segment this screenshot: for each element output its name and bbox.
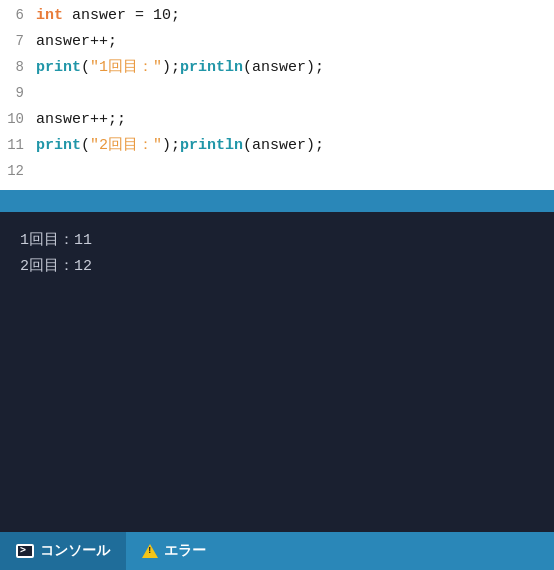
- code-text: (answer);: [243, 137, 324, 154]
- code-text: );: [162, 59, 180, 76]
- code-text: (: [81, 59, 90, 76]
- console-area: 1回目：112回目：12 コンソールエラー: [0, 212, 554, 570]
- keyword-println: println: [180, 59, 243, 76]
- editor-divider: [0, 190, 554, 212]
- console-output: 1回目：112回目：12: [0, 212, 554, 532]
- code-line: 9: [0, 82, 554, 108]
- keyword-print: print: [36, 137, 81, 154]
- warning-icon: [142, 544, 158, 558]
- code-text: answer = 10;: [63, 7, 180, 24]
- code-text: answer++;: [36, 33, 117, 50]
- line-number: 6: [0, 4, 36, 26]
- code-line: 6int answer = 10;: [0, 4, 554, 30]
- tab-label: コンソール: [40, 542, 110, 560]
- line-content: print("2回目：");println(answer);: [36, 134, 554, 158]
- tab-console[interactable]: コンソール: [0, 532, 126, 570]
- tab-bar: コンソールエラー: [0, 532, 554, 570]
- code-line: 7answer++;: [0, 30, 554, 56]
- code-editor: 6int answer = 10;7answer++;8print("1回目："…: [0, 0, 554, 190]
- console-line: 2回目：12: [20, 254, 534, 280]
- line-content: int answer = 10;: [36, 4, 554, 28]
- keyword-println: println: [180, 137, 243, 154]
- line-number: 12: [0, 160, 36, 182]
- keyword-type: int: [36, 7, 63, 24]
- terminal-icon: [16, 544, 34, 558]
- line-number: 10: [0, 108, 36, 130]
- string-literal: "2回目：": [90, 137, 162, 154]
- code-line: 10answer++;;: [0, 108, 554, 134]
- tab-error[interactable]: エラー: [126, 532, 222, 570]
- line-content: answer++;;: [36, 108, 554, 132]
- line-content: print("1回目：");println(answer);: [36, 56, 554, 80]
- code-line: 12: [0, 160, 554, 186]
- code-text: (: [81, 137, 90, 154]
- code-text: answer++;;: [36, 111, 135, 128]
- code-text: (answer);: [243, 59, 324, 76]
- console-line: 1回目：11: [20, 228, 534, 254]
- string-literal: "1回目：": [90, 59, 162, 76]
- line-content: answer++;: [36, 30, 554, 54]
- line-number: 9: [0, 82, 36, 104]
- tab-label: エラー: [164, 542, 206, 560]
- line-number: 11: [0, 134, 36, 156]
- code-text: );: [162, 137, 180, 154]
- keyword-print: print: [36, 59, 81, 76]
- code-line: 11print("2回目：");println(answer);: [0, 134, 554, 160]
- code-line: 8print("1回目：");println(answer);: [0, 56, 554, 82]
- line-number: 7: [0, 30, 36, 52]
- line-number: 8: [0, 56, 36, 78]
